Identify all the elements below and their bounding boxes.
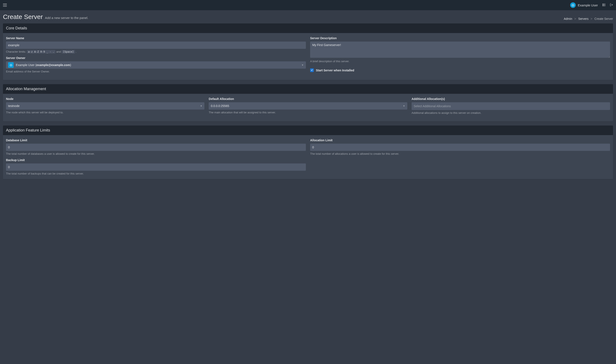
page-title: Create Server (3, 13, 43, 20)
server-description-label: Server Description (310, 37, 610, 40)
server-description-input[interactable]: My First <!--placeholder--> (310, 41, 610, 58)
chevron-down-icon: ▼ (200, 105, 202, 107)
server-owner-select[interactable]: Example User (example@example.com) ▼ (6, 61, 306, 69)
page-header: Create Server Add a new server to the pa… (3, 13, 613, 20)
additional-allocation-help: Additional allocations to assign to this… (412, 111, 610, 115)
backup-limit-help: The total number of backups that can be … (6, 172, 306, 175)
backup-limit-input[interactable] (6, 163, 306, 171)
page-subtitle: Add a new server to the panel. (45, 16, 88, 20)
panel-allocation-management: Allocation Management Node testnode ▼ Th… (3, 84, 613, 121)
database-limit-input[interactable] (6, 144, 306, 151)
topbar: Example User (0, 0, 616, 10)
allocation-limit-input[interactable] (310, 144, 610, 151)
breadcrumb: Admin > Servers > Create Server (564, 17, 613, 20)
additional-allocation-label: Additional Allocation(s) (412, 97, 610, 101)
default-allocation-help: The main allocation that will be assigne… (209, 111, 407, 114)
server-owner-label: Server Owner (6, 56, 306, 60)
allocation-limit-help: The total number of allocations a user i… (310, 152, 610, 155)
chevron-down-icon: ▼ (301, 64, 304, 66)
database-limit-label: Database Limit (6, 139, 306, 142)
server-name-help: Character limits: a-z A-Z 0-9 _ - . and … (6, 50, 306, 53)
start-when-installed-label: Start Server when Installed (316, 69, 354, 72)
user-menu[interactable]: Example User (570, 2, 598, 8)
node-help: The node which this server will be deplo… (6, 111, 204, 114)
database-limit-help: The total number of databases a user is … (6, 152, 306, 155)
panel-core-details: Core Details Server Name Character limit… (3, 24, 613, 80)
chevron-down-icon: ▼ (403, 105, 405, 107)
default-allocation-select[interactable]: 0.0.0.0:25565 ▼ (209, 102, 407, 110)
breadcrumb-current: Create Server (594, 17, 613, 20)
logout-icon[interactable] (610, 3, 613, 7)
server-owner-help: Email address of the Server Owner. (6, 70, 306, 73)
username-label: Example User (578, 3, 598, 7)
server-list-icon[interactable] (602, 3, 605, 7)
power-icon (570, 2, 576, 8)
panel-title-limits: Application Feature Limits (6, 128, 610, 132)
default-allocation-label: Default Allocation (209, 97, 407, 101)
server-description-help: A brief description of this server. (310, 60, 610, 63)
allocation-limit-label: Allocation Limit (310, 139, 610, 142)
menu-toggle-button[interactable] (3, 4, 7, 7)
breadcrumb-admin[interactable]: Admin (564, 17, 572, 20)
start-when-installed-checkbox[interactable]: ✔ (310, 68, 314, 72)
backup-limit-label: Backup Limit (6, 158, 306, 162)
svg-point-3 (603, 5, 603, 6)
power-icon (8, 62, 14, 68)
additional-allocation-select[interactable]: Select Additional Allocations (412, 102, 610, 110)
panel-title-core: Core Details (6, 26, 610, 30)
node-label: Node (6, 97, 204, 101)
breadcrumb-servers[interactable]: Servers (578, 17, 589, 20)
server-name-label: Server Name (6, 37, 306, 40)
panel-title-alloc: Allocation Management (6, 87, 610, 91)
server-name-input[interactable] (6, 41, 306, 49)
panel-feature-limits: Application Feature Limits Database Limi… (3, 126, 613, 179)
node-select[interactable]: testnode ▼ (6, 102, 204, 110)
